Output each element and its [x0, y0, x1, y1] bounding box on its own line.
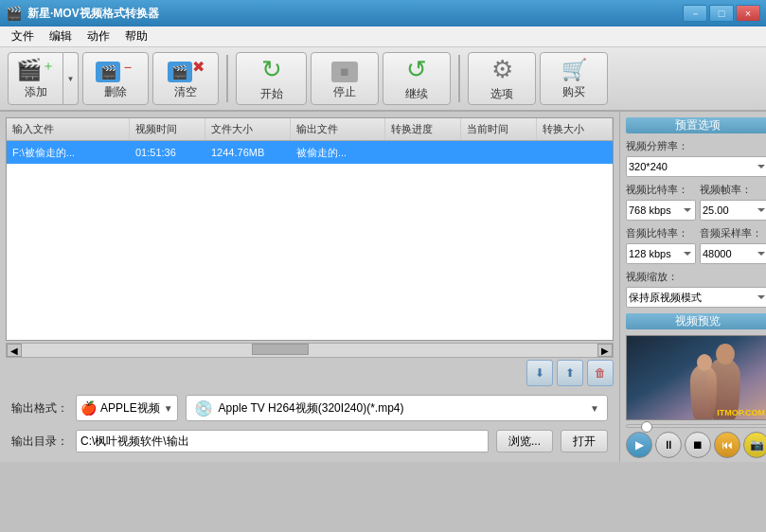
add-button[interactable]: 🎬＋ 添加 [8, 52, 63, 105]
remove-button[interactable]: 🗑 [587, 360, 614, 386]
toolbar-divider-1 [226, 55, 228, 102]
playback-controls: ▶ ⏸ ⏹ ⏮ 📷 [626, 432, 766, 458]
right-panel: 预置选项 视频分辨率： 320*240 视频比特率： 768 kbps 视频帧率… [619, 112, 766, 462]
buy-icon: 🛒 [561, 58, 587, 82]
delete-label: 删除 [104, 84, 127, 100]
move-up-icon: ⬆ [565, 366, 575, 380]
clear-icon: 🎬✖ [168, 58, 205, 82]
audio-samplerate-select[interactable]: 48000 [700, 243, 766, 264]
apple-logo-icon: 🍎 [80, 400, 97, 416]
audio-bitrate-col: 音频比特率： 128 kbps [626, 226, 696, 264]
menu-file[interactable]: 文件 [4, 27, 42, 46]
menu-action[interactable]: 动作 [80, 27, 117, 46]
delete-icon: 🎬－ [96, 58, 135, 82]
output-dir-row: 输出目录： 浏览... 打开 [11, 430, 608, 452]
format-type-dropdown[interactable]: 🍎 APPLE视频 ▼ [76, 395, 178, 421]
cell-file-size: 1244.76MB [205, 147, 291, 158]
audio-bitrate-select[interactable]: 128 kbps [626, 243, 696, 264]
bitrate-framerate-row: 视频比特率： 768 kbps 视频帧率： 25.00 [626, 183, 766, 221]
move-down-button[interactable]: ⬇ [526, 360, 553, 386]
close-button[interactable]: × [736, 5, 760, 22]
stop-preview-button[interactable]: ⏹ [685, 432, 711, 458]
table-row[interactable]: F:\被偷走的... 01:51:36 1244.76MB 被偷走的... [7, 141, 613, 164]
video-resolution-select[interactable]: 320*240 [626, 156, 766, 177]
video-zoom-select[interactable]: 保持原视频模式 [626, 287, 766, 308]
header-output-file: 输出文件 [291, 118, 385, 140]
dir-input[interactable] [76, 430, 489, 452]
header-file-size: 文件大小 [205, 118, 291, 140]
toolbar: 🎬＋ 添加 ▼ 🎬－ 删除 🎬✖ 清空 ↻ 开始 ⏹ 停止 ↺ 继续 ⚙ [0, 47, 766, 112]
cell-video-time: 01:51:36 [130, 147, 205, 158]
minimize-button[interactable]: － [683, 5, 707, 22]
scroll-right-arrow[interactable]: ▶ [597, 344, 613, 357]
video-framerate-select[interactable]: 25.00 [700, 200, 766, 221]
audio-row: 音频比特率： 128 kbps 音频采样率： 48000 [626, 226, 766, 264]
rewind-button[interactable]: ⏮ [714, 432, 740, 458]
audio-bitrate-label: 音频比特率： [626, 226, 696, 240]
delete-button[interactable]: 🎬－ 删除 [82, 52, 149, 105]
scroll-left-arrow[interactable]: ◀ [7, 344, 22, 357]
audio-samplerate-col: 音频采样率： 48000 [700, 226, 766, 264]
action-icons: ⬇ ⬆ 🗑 [6, 358, 614, 388]
options-button[interactable]: ⚙ 选项 [468, 52, 536, 105]
title-bar-left: 🎬 新星·MOV视频格式转换器 [6, 6, 159, 22]
video-bitrate-select[interactable]: 768 kbps [626, 200, 696, 221]
format-type-text: APPLE视频 [100, 400, 160, 417]
stop-label: 停止 [333, 84, 356, 100]
continue-button[interactable]: ↺ 继续 [383, 52, 451, 105]
format-detail-text: Apple TV H264视频(320I240)(*.mp4) [219, 400, 404, 417]
preset-title: 预置选项 [626, 117, 766, 133]
options-icon: ⚙ [491, 55, 513, 84]
watermark: ITMOP.COM [717, 408, 765, 417]
table-header: 输入文件 视频时间 文件大小 输出文件 转换进度 当前时间 转换大小 [7, 118, 613, 141]
title-bar-controls: － □ × [683, 5, 760, 22]
move-up-button[interactable]: ⬆ [557, 360, 583, 386]
start-button[interactable]: ↻ 开始 [236, 52, 307, 105]
menu-bar: 文件 编辑 动作 帮助 [0, 27, 766, 47]
rewind-icon: ⏮ [721, 438, 733, 452]
remove-icon: 🗑 [595, 366, 606, 380]
format-detail-dropdown[interactable]: 💿 Apple TV H264视频(320I240)(*.mp4) ▼ [186, 395, 608, 421]
clear-button[interactable]: 🎬✖ 清空 [152, 52, 219, 105]
video-framerate-col: 视频帧率： 25.00 [700, 183, 766, 221]
header-input-file: 输入文件 [7, 118, 130, 140]
left-panel: 输入文件 视频时间 文件大小 输出文件 转换进度 当前时间 转换大小 F:\被偷… [0, 112, 619, 462]
play-button[interactable]: ▶ [626, 432, 652, 458]
toolbar-divider-2 [458, 55, 460, 102]
move-down-icon: ⬇ [535, 366, 544, 380]
add-arrow-icon: ▼ [67, 75, 75, 83]
maximize-button[interactable]: □ [709, 5, 734, 22]
add-dropdown-arrow[interactable]: ▼ [63, 52, 79, 105]
screenshot-button[interactable]: 📷 [743, 432, 766, 458]
preview-image: ITMOP.COM [626, 335, 766, 420]
scrollbar-thumb[interactable] [252, 344, 309, 355]
pause-button[interactable]: ⏸ [655, 432, 682, 458]
browse-button[interactable]: 浏览... [496, 430, 553, 452]
format-detail-arrow-icon: ▼ [590, 403, 599, 414]
stop-preview-icon: ⏹ [692, 438, 704, 452]
buy-button[interactable]: 🛒 购买 [540, 52, 608, 105]
app-icon: 🎬 [6, 6, 22, 21]
stop-button[interactable]: ⏹ 停止 [311, 52, 379, 105]
audio-samplerate-label: 音频采样率： [700, 226, 766, 240]
start-icon: ↻ [261, 55, 282, 84]
format-detail-icon: 💿 [194, 399, 213, 417]
options-label: 选项 [490, 86, 513, 102]
horizontal-scrollbar[interactable]: ◀ ▶ [6, 343, 614, 358]
continue-icon: ↺ [406, 55, 427, 84]
file-table: 输入文件 视频时间 文件大小 输出文件 转换进度 当前时间 转换大小 F:\被偷… [6, 117, 614, 341]
open-button[interactable]: 打开 [561, 430, 608, 452]
menu-edit[interactable]: 编辑 [42, 27, 80, 46]
app-title: 新星·MOV视频格式转换器 [27, 6, 159, 22]
dir-label: 输出目录： [11, 434, 68, 450]
continue-label: 继续 [405, 86, 428, 102]
video-resolution-label: 视频分辨率： [626, 139, 766, 153]
menu-help[interactable]: 帮助 [117, 27, 155, 46]
clear-label: 清空 [174, 84, 197, 100]
preview-slider[interactable] [626, 424, 766, 428]
title-bar: 🎬 新星·MOV视频格式转换器 － □ × [0, 0, 766, 27]
cell-input-file: F:\被偷走的... [7, 146, 130, 160]
video-bitrate-col: 视频比特率： 768 kbps [626, 183, 696, 221]
stop-icon: ⏹ [331, 57, 358, 82]
preview-slider-thumb[interactable] [641, 421, 652, 433]
